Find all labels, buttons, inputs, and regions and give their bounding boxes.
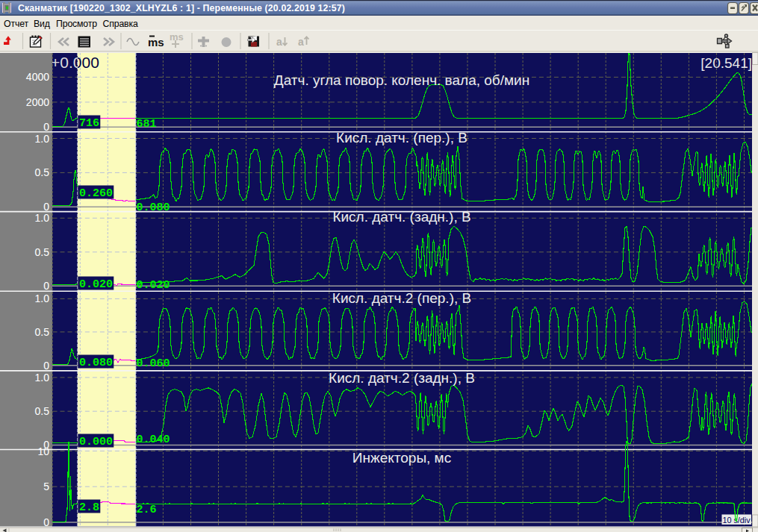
svg-text:Сканматик [190220_1302_XLHYZL6: Сканматик [190220_1302_XLHYZL6 : 1] - Пе… xyxy=(18,3,345,13)
svg-text:Кисл. датч.2 (задн.), В: Кисл. датч.2 (задн.), В xyxy=(329,370,475,386)
svg-text:1.0: 1.0 xyxy=(35,212,50,224)
svg-text:0: 0 xyxy=(43,201,49,213)
svg-text:2.8: 2.8 xyxy=(79,501,99,514)
svg-text:1.0: 1.0 xyxy=(35,133,50,145)
svg-text:0.020: 0.020 xyxy=(137,279,170,292)
svg-text:0.040: 0.040 xyxy=(137,434,170,446)
svg-text:Кисл. датч. (задн.), В: Кисл. датч. (задн.), В xyxy=(332,209,470,225)
svg-text:a: a xyxy=(298,36,304,48)
svg-text:681: 681 xyxy=(137,118,157,131)
svg-text:[20.541]: [20.541] xyxy=(700,55,752,71)
svg-text:0: 0 xyxy=(43,360,49,372)
svg-text:0.5: 0.5 xyxy=(35,246,50,258)
svg-text:0: 0 xyxy=(43,121,49,133)
svg-text:ms: ms xyxy=(170,31,184,43)
svg-text:0: 0 xyxy=(43,280,49,292)
svg-text:Отчет: Отчет xyxy=(4,19,28,29)
svg-text:10: 10 xyxy=(37,445,49,457)
svg-text:0.5: 0.5 xyxy=(35,166,50,178)
svg-text:0.080: 0.080 xyxy=(137,201,170,214)
svg-text:0.260: 0.260 xyxy=(79,187,113,200)
svg-text:Справка: Справка xyxy=(103,19,139,29)
svg-text:Вид: Вид xyxy=(34,19,50,29)
svg-text:0: 0 xyxy=(43,516,49,528)
svg-text:2000: 2000 xyxy=(26,96,49,108)
svg-text:1.0: 1.0 xyxy=(35,292,50,304)
svg-text:Датч. угла повор. коленч. вала: Датч. угла повор. коленч. вала, об/мин xyxy=(274,72,529,88)
svg-text:1.0: 1.0 xyxy=(35,372,50,384)
svg-text:Кисл. датч. (пер.), В: Кисл. датч. (пер.), В xyxy=(336,130,467,145)
svg-text:4000: 4000 xyxy=(26,71,49,83)
svg-text:ms: ms xyxy=(148,36,164,48)
svg-text:0.020: 0.020 xyxy=(79,278,113,291)
svg-text:2.6: 2.6 xyxy=(137,504,157,516)
svg-text:716: 716 xyxy=(79,117,99,130)
svg-text:Просмотр: Просмотр xyxy=(56,19,97,29)
svg-text:0.000: 0.000 xyxy=(79,436,113,448)
svg-text:0.080: 0.080 xyxy=(79,357,113,369)
svg-text:0.5: 0.5 xyxy=(35,405,50,417)
svg-text:Кисл. датч.2 (пер.), В: Кисл. датч.2 (пер.), В xyxy=(332,290,471,306)
svg-text:5: 5 xyxy=(43,481,49,492)
svg-text:0.060: 0.060 xyxy=(137,357,170,370)
svg-text:0.5: 0.5 xyxy=(35,326,50,338)
svg-text:a: a xyxy=(276,36,282,48)
svg-text:Инжекторы, мс: Инжекторы, мс xyxy=(352,450,451,466)
